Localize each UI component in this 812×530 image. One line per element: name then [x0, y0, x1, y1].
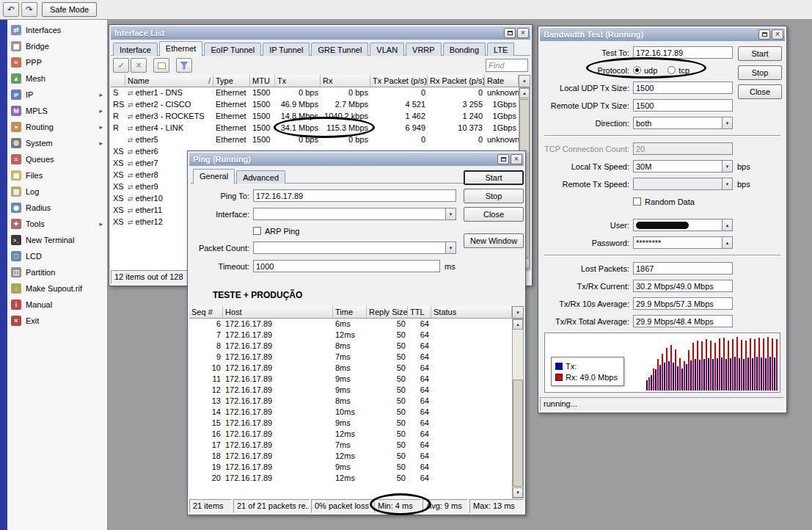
restore-button[interactable] [758, 29, 770, 40]
bandwidth-close-button[interactable]: Close [738, 84, 782, 99]
interface-list-tab-ip-tunnel[interactable]: IP Tunnel [263, 43, 310, 56]
interface-list-tab-bonding[interactable]: Bonding [443, 43, 486, 56]
column-header-host[interactable]: Host [223, 306, 333, 319]
ping-tab-general[interactable]: General [193, 169, 235, 184]
protocol-tcp-radio[interactable] [667, 66, 676, 74]
remote-udp-tx-size-input[interactable]: 1500 [633, 99, 733, 112]
interface-row[interactable]: R⇄ether4 - LINKEthernet150034.1 Mbps115.… [111, 123, 530, 134]
local-tx-speed-input[interactable]: 30M [633, 160, 722, 173]
password-expand-button[interactable]: ▲ [722, 236, 733, 249]
bandwidth-titlebar[interactable]: Bandwidth Test (Running) × [540, 28, 785, 41]
protocol-udp-radio[interactable] [633, 66, 641, 74]
ping-row[interactable]: 9172.16.17.897ms5064 [189, 352, 524, 363]
user-expand-button[interactable]: ▲ [722, 219, 733, 231]
column-header-status[interactable]: Status [431, 306, 512, 319]
ping-new-window-button[interactable]: New Window [464, 233, 524, 248]
column-header-reply-size[interactable]: Reply Size [367, 306, 408, 319]
interface-select[interactable] [253, 208, 445, 220]
filter-button[interactable] [176, 58, 192, 73]
sidebar-item-queues[interactable]: ≡Queues [7, 151, 107, 167]
close-button[interactable]: × [511, 154, 522, 164]
close-button[interactable]: × [772, 29, 783, 40]
sidebar-item-log[interactable]: ▥Log [7, 184, 107, 200]
interface-list-tab-eoip-tunnel[interactable]: EoIP Tunnel [204, 43, 261, 56]
ping-table-filter-button[interactable]: ▼ [512, 306, 524, 319]
ping-row[interactable]: 7172.16.17.8912ms5064 [189, 330, 524, 341]
sidebar-item-exit[interactable]: ×Exit [7, 313, 107, 329]
ping-row[interactable]: 14172.16.17.8910ms5064 [189, 407, 524, 418]
sidebar-item-new-terminal[interactable]: >_New Terminal [7, 232, 107, 248]
find-input[interactable] [486, 59, 528, 72]
interface-list-tab-ethernet[interactable]: Ethernet [159, 41, 203, 56]
interface-row[interactable]: RS⇄ether2 - CISCOEthernet150046.9 Mbps2.… [111, 99, 530, 111]
remote-tx-speed-dropdown-button[interactable]: ▼ [722, 178, 733, 190]
column-header-name[interactable]: Name/ [125, 75, 213, 87]
direction-dropdown-button[interactable]: ▼ [722, 117, 733, 129]
ping-row[interactable]: 11172.16.17.899ms5064 [189, 374, 524, 385]
sidebar-item-ip[interactable]: IPIP▸ [7, 87, 107, 103]
user-input[interactable] [633, 219, 722, 231]
ping-row[interactable]: 8172.16.17.898ms5064 [189, 341, 524, 352]
redo-button[interactable]: ↷ [21, 2, 37, 17]
safe-mode-button[interactable]: Safe Mode [42, 2, 97, 17]
test-to-input[interactable]: 172.16.17.89 [633, 46, 733, 59]
password-input[interactable]: ******** [633, 236, 722, 249]
scroll-track[interactable] [513, 330, 523, 487]
disable-button[interactable]: × [131, 58, 147, 73]
interface-dropdown-button[interactable]: ▼ [445, 208, 456, 220]
ping-row[interactable]: 13172.16.17.898ms5064 [189, 396, 524, 407]
local-udp-tx-size-input[interactable]: 1500 [633, 81, 733, 94]
ping-row[interactable]: 20172.16.17.8912ms5064 [189, 473, 524, 484]
interface-list-tab-interface[interactable]: Interface [113, 43, 158, 56]
ping-titlebar[interactable]: Ping (Running) × [189, 153, 524, 166]
ping-row[interactable]: 12172.16.17.899ms5064 [189, 385, 524, 396]
interface-list-tab-vlan[interactable]: VLAN [370, 43, 404, 56]
column-header-time[interactable]: Time [333, 306, 367, 319]
interface-list-tab-vrrp[interactable]: VRRP [406, 43, 442, 56]
ping-row[interactable]: 15172.16.17.899ms5064 [189, 418, 524, 429]
direction-select[interactable]: both [633, 117, 722, 129]
local-tx-speed-dropdown-button[interactable]: ▼ [722, 160, 733, 173]
sidebar-item-make-supout-rif[interactable]: ↓Make Supout.rif [7, 280, 107, 297]
scroll-thumb[interactable] [513, 380, 523, 487]
interface-list-tab-gre-tunnel[interactable]: GRE Tunnel [311, 43, 368, 56]
column-header-mtu[interactable]: MTU [250, 75, 275, 87]
sidebar-item-system[interactable]: ⚙System▸ [7, 135, 107, 151]
interface-list-tab-lte[interactable]: LTE [487, 43, 514, 56]
restore-button[interactable] [497, 154, 509, 164]
column-header-flags[interactable] [111, 75, 125, 87]
interface-list-titlebar[interactable]: Interface List × [111, 26, 530, 40]
sidebar-item-bridge[interactable]: ▦Bridge [7, 38, 107, 54]
column-header-tx[interactable]: Tx [275, 75, 321, 87]
enable-button[interactable]: ✓ [113, 58, 129, 73]
ping-tab-advanced[interactable]: Advanced [236, 170, 285, 184]
close-button[interactable]: × [517, 28, 529, 38]
interface-row[interactable]: R⇄ether3 - ROCKETSEthernet150014.8 Mbps1… [111, 111, 530, 123]
ping-row[interactable]: 17172.16.17.897ms5064 [189, 440, 524, 451]
sidebar-item-routing[interactable]: »Routing▸ [7, 119, 107, 135]
ping-row[interactable]: 10172.16.17.898ms5064 [189, 363, 524, 374]
packet-count-input[interactable] [253, 242, 445, 254]
restore-button[interactable] [504, 28, 516, 38]
ping-stop-button[interactable]: Stop [464, 189, 524, 203]
ping-row[interactable]: 19172.16.17.899ms5064 [189, 462, 524, 473]
sidebar-item-files[interactable]: ▤Files [7, 167, 107, 184]
sidebar-item-manual[interactable]: iManual [7, 297, 107, 313]
arp-ping-checkbox[interactable] [253, 227, 261, 235]
undo-button[interactable]: ↶ [3, 2, 19, 17]
sidebar-item-tools[interactable]: ✦Tools▸ [7, 216, 107, 232]
ping-to-input[interactable]: 172.16.17.89 [253, 189, 456, 202]
column-header-rx-packet-p-s[interactable]: Rx Packet (p/s) [428, 75, 485, 87]
ping-close-button[interactable]: Close [464, 207, 524, 222]
column-select-button[interactable]: ▼ [519, 75, 530, 87]
sidebar-item-radius[interactable]: ◉Radius [7, 200, 107, 216]
scroll-up-arrow[interactable]: ▲ [519, 88, 530, 98]
column-header-seq[interactable]: Seq # [189, 306, 223, 319]
sidebar-item-ppp[interactable]: ≈PPP [7, 54, 107, 70]
sidebar-item-interfaces[interactable]: ⇄Interfaces [7, 22, 107, 38]
random-data-checkbox[interactable] [633, 197, 641, 206]
scroll-down-arrow[interactable]: ▼ [513, 487, 523, 498]
ping-start-button[interactable]: Start [464, 170, 524, 185]
column-header-rate[interactable]: Rate [485, 75, 519, 87]
ping-table-scrollbar[interactable]: ▲ ▼ [512, 319, 524, 498]
